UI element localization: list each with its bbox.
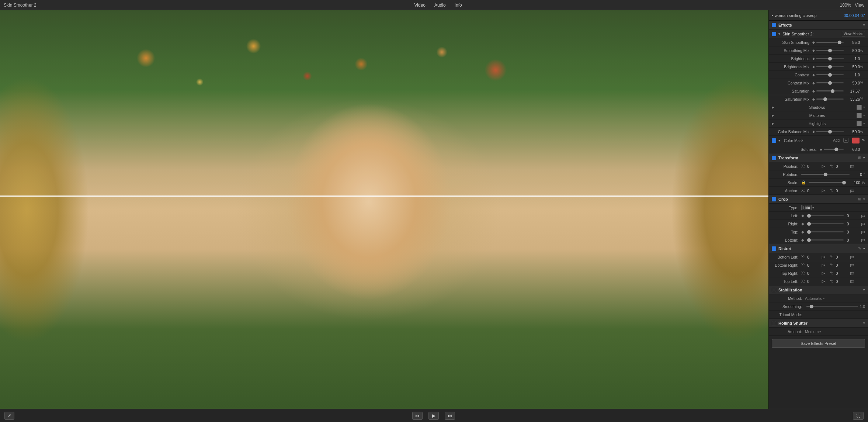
rolling-shutter-amount-chevron[interactable]: ▾ [819,330,821,333]
effects-checkbox[interactable] [772,23,776,27]
scale-value[interactable]: -100 [846,180,860,185]
rolling-shutter-checkbox[interactable] [772,321,776,325]
param-color-balance-mix-slider[interactable]: ◆ [812,130,844,134]
transform-expand-icon[interactable]: ⊞ [858,156,861,160]
tr-x-value[interactable]: 0 [807,271,820,276]
crop-left-value[interactable]: 0 [847,214,860,218]
crop-bottom-thumb[interactable] [807,238,811,242]
midtones-color-swatch[interactable] [857,113,862,118]
brightness-track[interactable] [816,58,844,59]
distort-toggle[interactable]: ▾ [863,247,865,250]
rotation-row: Rotation: 0 ° [769,170,868,179]
saturation-mix-track[interactable] [816,98,844,100]
fullscreen-button[interactable]: ⛶ [853,412,864,420]
pos-y-value[interactable]: 0 [836,164,849,169]
crop-top-value[interactable]: 0 [847,230,860,234]
param-saturation-mix-slider[interactable]: ◆ [812,97,844,101]
transform-checkbox[interactable] [772,156,776,160]
crop-right-thumb[interactable] [807,222,811,226]
softness-track[interactable] [824,149,844,150]
next-frame-button[interactable]: ⏭ [445,412,455,420]
anchor-y-value[interactable]: 0 [836,188,849,193]
contrast-mix-track[interactable] [816,82,844,83]
crop-section-header[interactable]: Crop ⊞ ▾ [769,195,868,204]
param-contrast-mix-slider[interactable]: ◆ [812,81,844,85]
expand-button[interactable]: ⤢ [4,412,14,420]
distort-checkbox[interactable] [772,246,776,251]
dl-x-value[interactable]: 0 [807,255,820,259]
color-mask-arrow[interactable]: ▾ [778,139,780,142]
dl-y-value[interactable]: 0 [836,255,849,259]
shadows-row[interactable]: ▶ Shadows ▾ [769,103,868,111]
stabilization-checkbox[interactable] [772,288,776,292]
transform-section-header[interactable]: Transform ⊞ ▾ [769,153,868,162]
dr-y-value[interactable]: 0 [836,263,849,267]
play-button[interactable]: ▶ [428,412,439,420]
crop-type-select[interactable]: Trim [801,205,812,210]
tr-y-value[interactable]: 0 [836,271,849,276]
param-softness-slider[interactable]: ◆ [820,148,844,151]
highlights-row[interactable]: ▶ Highlights ▾ [769,120,868,128]
color-mask-add-button[interactable]: + [843,138,848,143]
slider-diamond-icon: ◆ [812,41,815,44]
rolling-shutter-toggle[interactable]: ▾ [863,321,865,325]
effect-collapse-arrow[interactable]: ▾ [778,32,780,36]
transform-toggle[interactable]: ▾ [863,156,865,160]
scale-lock-icon[interactable]: 🔒 [801,180,806,184]
crop-right-value[interactable]: 0 [847,222,860,226]
crop-bottom-value[interactable]: 0 [847,238,860,242]
color-mask-checkbox[interactable] [772,138,776,143]
zoom-level[interactable]: 100% [840,3,851,8]
highlights-color-swatch[interactable] [857,121,862,126]
stabilization-method-chevron[interactable]: ▾ [823,297,825,300]
effects-toggle-icon[interactable]: ▾ [863,23,865,27]
color-mask-swatch[interactable] [852,138,860,143]
view-label[interactable]: View [855,3,864,8]
prev-frame-button[interactable]: ⏮ [412,412,423,420]
brightness-mix-track[interactable] [816,66,844,67]
distort-section-header[interactable]: Distort ✎ ▾ [769,244,868,253]
video-preview[interactable] [0,10,768,409]
split-line[interactable] [0,196,768,197]
view-masks-button[interactable]: View Masks [842,31,865,37]
midtones-row[interactable]: ▶ Midtones ▾ [769,111,868,120]
stab-smoothing-thumb[interactable] [810,305,813,308]
rotation-thumb[interactable] [824,173,827,176]
anchor-x-value[interactable]: 0 [807,188,820,193]
tl-x-value[interactable]: 0 [807,279,820,284]
menu-info[interactable]: Info [455,3,462,8]
effects-section-header[interactable]: Effects ▾ [769,21,868,30]
param-skin-smoothing-slider-area[interactable]: ◆ [812,41,844,44]
crop-type-chevron[interactable]: ▾ [812,206,814,210]
crop-checkbox[interactable] [772,197,776,201]
skin-smoother-checkbox[interactable] [772,32,776,36]
crop-top-thumb[interactable] [807,230,811,234]
param-brightness-slider[interactable]: ◆ [812,57,844,60]
skin-smoothing-track[interactable] [816,42,844,43]
crop-toggle[interactable]: ▾ [863,197,865,201]
distort-pencil-icon[interactable]: ✎ [858,246,861,250]
menu-audio[interactable]: Audio [434,3,446,8]
dr-x-value[interactable]: 0 [807,263,820,267]
crop-expand-icon[interactable]: ⊞ [858,197,861,201]
tl-y-value[interactable]: 0 [836,279,849,284]
param-smoothing-mix-slider[interactable]: ◆ [812,49,844,52]
rolling-shutter-section-header[interactable]: Rolling Shutter ▾ [769,319,868,328]
color-balance-mix-track[interactable] [816,131,844,132]
stabilization-toggle[interactable]: ▾ [863,288,865,292]
save-effects-preset-button[interactable]: Save Effects Preset [772,339,865,348]
param-brightness-mix-slider[interactable]: ◆ [812,65,844,69]
rotation-value[interactable]: 0 [851,172,862,177]
param-saturation-slider[interactable]: ◆ [812,89,844,93]
saturation-track[interactable] [816,90,844,91]
menu-video[interactable]: Video [414,3,426,8]
color-mask-pencil-icon[interactable]: ✎ [862,138,865,143]
scale-thumb[interactable] [842,181,846,184]
param-contrast-slider[interactable]: ◆ [812,73,844,77]
contrast-track[interactable] [816,74,844,75]
crop-left-thumb[interactable] [807,214,811,218]
stabilization-section-header[interactable]: Stabilization ▾ [769,286,868,294]
shadows-color-swatch[interactable] [857,105,862,110]
pos-x-value[interactable]: 0 [807,164,820,169]
smoothing-mix-track[interactable] [816,50,844,51]
